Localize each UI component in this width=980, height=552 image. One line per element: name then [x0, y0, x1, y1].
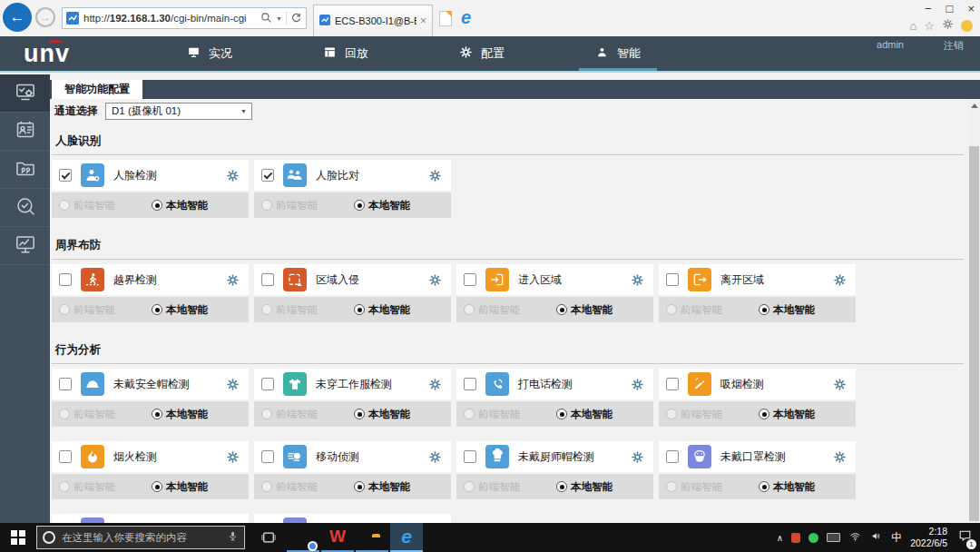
local-intelligence-label: 本地智能 [773, 303, 815, 317]
local-intelligence-radio[interactable] [152, 481, 162, 492]
enable-checkbox[interactable] [261, 169, 274, 182]
settings-gear-icon[interactable] [428, 378, 442, 391]
settings-gear-icon[interactable] [226, 169, 240, 182]
settings-gear-icon[interactable] [631, 273, 644, 287]
enable-checkbox[interactable] [666, 273, 679, 286]
sidebar-item-picture-library[interactable] [0, 151, 50, 189]
tab-close-icon[interactable]: × [420, 15, 426, 27]
enable-checkbox[interactable] [666, 450, 679, 463]
taskbar-app-explorer[interactable] [356, 523, 388, 552]
window-maximize-button[interactable]: □ [946, 2, 954, 15]
settings-gear-icon[interactable] [942, 18, 954, 33]
antivirus-tray-icon[interactable] [791, 533, 800, 543]
task-view-icon[interactable] [252, 523, 285, 552]
nav-item-playback[interactable]: 回放 [299, 36, 392, 71]
tab-smart-function-config[interactable]: 智能功能配置 [52, 80, 142, 99]
enable-checkbox[interactable] [59, 450, 72, 463]
settings-gear-icon[interactable] [631, 450, 644, 464]
speaker-icon[interactable] [870, 529, 883, 546]
function-card-top: 未穿工作服检测 [254, 369, 451, 399]
enable-checkbox[interactable] [666, 378, 679, 390]
browser-tab[interactable]: ECS-B300-I1@B-B-HD × [313, 5, 433, 36]
local-intelligence-radio[interactable] [152, 409, 162, 419]
local-intelligence-radio[interactable] [556, 409, 567, 419]
local-intelligence-radio[interactable] [152, 200, 162, 211]
enable-checkbox[interactable] [464, 273, 476, 286]
channel-select[interactable]: D1 (摄像机 01) ▼ [105, 103, 252, 120]
enable-checkbox[interactable] [464, 450, 476, 463]
browser-forward-button[interactable]: → [35, 7, 55, 27]
nav-item-smart[interactable]: 智能 [572, 36, 664, 71]
settings-gear-icon[interactable] [428, 169, 442, 182]
enable-checkbox[interactable] [59, 169, 72, 182]
local-intelligence-radio[interactable] [354, 409, 365, 419]
settings-gear-icon[interactable] [226, 450, 240, 464]
nav-item-config[interactable]: 配置 [436, 36, 528, 71]
nav-item-live[interactable]: 实况 [163, 36, 256, 71]
window-close-button[interactable]: × [967, 2, 975, 15]
local-intelligence-option: 本地智能 [759, 480, 815, 494]
local-intelligence-radio[interactable] [354, 200, 365, 211]
settings-gear-icon[interactable] [428, 450, 442, 464]
local-intelligence-radio[interactable] [152, 304, 162, 315]
new-tab-button[interactable] [439, 11, 452, 26]
enable-checkbox[interactable] [261, 273, 274, 286]
scroll-up-arrow[interactable] [968, 99, 980, 112]
local-intelligence-radio[interactable] [556, 481, 567, 492]
enable-checkbox[interactable] [261, 378, 274, 390]
window-minimize-button[interactable]: − [925, 2, 932, 15]
hidden-icons-chevron[interactable]: ∧ [777, 533, 783, 543]
settings-gear-icon[interactable] [428, 273, 442, 287]
touch-keyboard-icon[interactable] [827, 533, 840, 542]
settings-gear-icon[interactable] [833, 450, 847, 464]
local-intelligence-radio[interactable] [759, 481, 769, 492]
wifi-icon[interactable] [848, 529, 862, 546]
autocomplete-caret-icon[interactable]: ▼ [276, 15, 282, 22]
browser-back-button[interactable]: ← [3, 3, 32, 32]
settings-gear-icon[interactable] [226, 378, 240, 391]
enable-checkbox[interactable] [59, 378, 72, 390]
logout-link[interactable]: 注销 [944, 39, 964, 53]
taskbar-app-ie[interactable]: e [390, 523, 423, 552]
sidebar-item-smart-function-config[interactable] [0, 74, 50, 113]
taskbar-search-input[interactable]: 在这里输入你要搜索的内容 [36, 526, 245, 549]
local-intelligence-radio[interactable] [759, 304, 769, 315]
settings-gear-icon[interactable] [631, 378, 644, 391]
enable-checkbox[interactable] [261, 450, 274, 463]
local-intelligence-radio[interactable] [759, 409, 769, 419]
unv-logo: unv [24, 40, 70, 68]
local-intelligence-label: 本地智能 [773, 480, 815, 494]
microphone-icon[interactable] [227, 529, 239, 547]
sidebar-item-smart-search[interactable] [0, 189, 50, 227]
ie-suggested-icon[interactable]: e [461, 7, 471, 28]
local-intelligence-radio[interactable] [354, 304, 365, 315]
messenger-tray-icon[interactable] [808, 533, 818, 543]
feedback-smiley-icon[interactable] [961, 20, 973, 32]
vertical-scrollbar[interactable] [968, 99, 980, 523]
settings-gear-icon[interactable] [833, 273, 847, 287]
home-icon[interactable]: ⌂ [909, 19, 916, 33]
action-center-icon[interactable]: 1 [957, 528, 973, 547]
ime-indicator[interactable]: 中 [891, 530, 902, 546]
enable-checkbox[interactable] [59, 273, 72, 286]
clock[interactable]: 2:18 2022/6/5 [910, 526, 947, 549]
local-intelligence-radio[interactable] [556, 304, 567, 315]
taskbar-app-chrome[interactable] [287, 523, 319, 552]
intelligence-mode-row: 前端智能本地智能 [254, 401, 451, 427]
refresh-icon[interactable] [290, 12, 302, 25]
address-bar[interactable]: http://192.168.1.30/cgi-bin/main-cgi ▼ [62, 7, 307, 29]
start-button[interactable] [0, 523, 36, 552]
taskbar-app-wps[interactable]: W [321, 523, 354, 552]
sidebar-item-face-list[interactable] [0, 113, 50, 151]
favorites-star-icon[interactable]: ☆ [924, 19, 935, 33]
settings-gear-icon[interactable] [833, 378, 847, 391]
front-intelligence-option: 前端智能 [666, 303, 722, 317]
local-intelligence-radio[interactable] [354, 481, 365, 492]
sidebar-item-smart-report[interactable] [0, 227, 50, 265]
settings-gear-icon[interactable] [226, 273, 240, 287]
front-intelligence-option: 前端智能 [59, 408, 115, 421]
search-icon[interactable] [260, 12, 272, 25]
function-card-top: 未戴安全帽检测 [52, 369, 249, 399]
scrollbar-thumb[interactable] [969, 146, 979, 521]
enable-checkbox[interactable] [464, 378, 476, 390]
